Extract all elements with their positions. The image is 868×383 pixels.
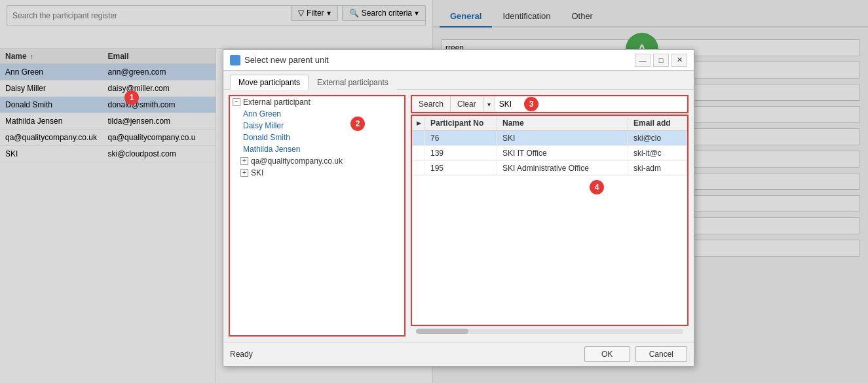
main-app: 🔍 ▽ Filter ▾ 🔍 Search criteria ▾ A Gener… [0, 0, 868, 383]
email-cell: ski-adm [628, 161, 687, 175]
badge-1: 1 [124, 90, 139, 105]
tree-root-label: External participant [243, 98, 311, 107]
clear-button[interactable]: Clear [451, 96, 483, 112]
modal-status: Ready [230, 350, 579, 359]
sort-cell [412, 161, 425, 175]
modal-tab-move[interactable]: Move participants [230, 75, 309, 90]
result-row[interactable]: 195 SKI Administrative Office ski-adm [412, 161, 687, 176]
results-table: ▸ Participant No Name Email add 76 SKI s… [411, 115, 689, 326]
tree-panel: − External participant Ann Green Daisy M… [229, 95, 406, 337]
email-cell: ski-it@c [628, 146, 687, 160]
tree-children: Ann Green Daisy Miller Donald Smith Math… [230, 108, 404, 179]
badge-3: 3 [524, 97, 538, 111]
minimize-button[interactable]: — [635, 54, 651, 67]
scrollbar-thumb[interactable] [416, 329, 468, 334]
modal-icon [230, 55, 240, 65]
name-cell: SKI [497, 131, 628, 145]
tree-root[interactable]: − External participant [230, 96, 404, 108]
search-options-button[interactable]: ▾ [483, 96, 495, 112]
participant-no-cell: 76 [425, 131, 497, 145]
ok-button[interactable]: OK [584, 346, 630, 362]
tree-item-qa[interactable]: + qa@qualitycompany.co.uk [240, 155, 404, 167]
sort-col-header[interactable]: ▸ [412, 116, 425, 130]
participant-no-cell: 195 [425, 161, 497, 175]
cancel-button[interactable]: Cancel [635, 346, 687, 362]
search-button[interactable]: Search [412, 96, 451, 112]
participant-no-cell: 139 [425, 146, 497, 160]
sort-cell [412, 146, 425, 160]
modal-body: − External participant Ann Green Daisy M… [223, 90, 694, 342]
name-col-header: Name [497, 116, 628, 130]
sort-cell [412, 131, 425, 145]
search-panel: Search Clear ▾ ▸ Participant No Name Ema… [411, 95, 689, 337]
modal-titlebar: Select new parent unit — □ ✕ [223, 50, 694, 71]
tree-expand-ski-icon[interactable]: + [240, 169, 248, 177]
maximize-button[interactable]: □ [653, 54, 669, 67]
modal-tab-external[interactable]: External participants [309, 75, 397, 90]
tree-item-mathilda[interactable]: Mathilda Jensen [240, 143, 404, 155]
modal-title: Select new parent unit [244, 55, 635, 65]
tree-ski-label: SKI [251, 168, 263, 177]
participant-no-col-header: Participant No [425, 116, 497, 130]
modal-controls: — □ ✕ [635, 54, 687, 67]
badge-4: 4 [590, 180, 604, 194]
modal-dialog: Select new parent unit — □ ✕ Move partic… [223, 49, 694, 367]
result-row[interactable]: 76 SKI ski@clo [412, 131, 687, 146]
name-cell: SKI IT Office [497, 146, 628, 160]
tree-collapse-icon[interactable]: − [233, 98, 240, 106]
tree-item-daisy[interactable]: Daisy Miller [240, 120, 404, 132]
modal-tabs: Move participants External participants [223, 71, 694, 90]
tree-qa-label: qa@qualitycompany.co.uk [251, 156, 343, 166]
tree-item-ski[interactable]: + SKI [240, 167, 404, 179]
tree-item-ann[interactable]: Ann Green [240, 108, 404, 120]
tree-expand-qa-icon[interactable]: + [240, 157, 248, 165]
horizontal-scrollbar[interactable] [416, 329, 683, 334]
tree-item-donald[interactable]: Donald Smith [240, 132, 404, 143]
badge-2: 2 [350, 117, 365, 131]
email-col-header: Email add [628, 116, 687, 130]
email-cell: ski@clo [628, 131, 687, 145]
result-row[interactable]: 139 SKI IT Office ski-it@c [412, 146, 687, 161]
name-cell: SKI Administrative Office [497, 161, 628, 175]
modal-footer: Ready OK Cancel [223, 342, 694, 366]
results-header: ▸ Participant No Name Email add [412, 116, 687, 131]
close-button[interactable]: ✕ [671, 54, 687, 67]
search-toolbar: Search Clear ▾ [411, 95, 689, 113]
